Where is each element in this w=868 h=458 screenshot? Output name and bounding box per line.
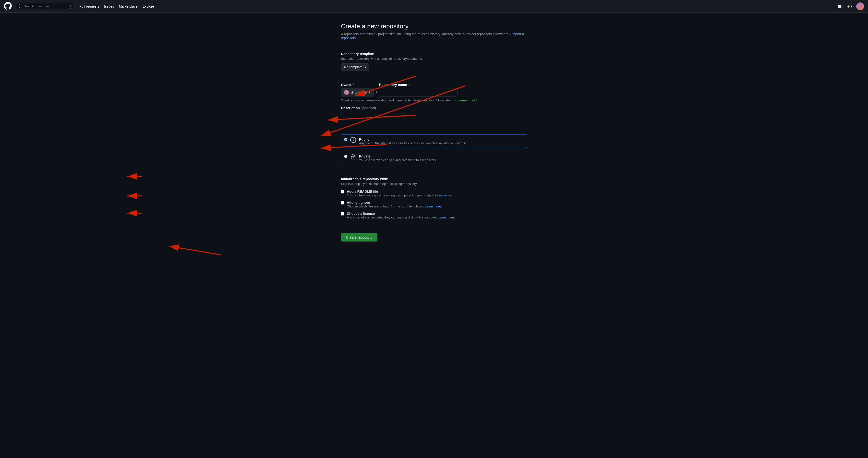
owner-field-group: Owner * dilum1995 ▾ — [341, 83, 374, 96]
page-subtitle: A repository contains all project files,… — [341, 32, 527, 40]
nav-marketplace[interactable]: Marketplace — [119, 4, 137, 8]
owner-name: dilum1995 — [351, 90, 367, 94]
private-title: Private — [359, 154, 437, 158]
license-desc: A license tells others what they can and… — [347, 216, 455, 219]
divider-1 — [341, 46, 527, 46]
main-content: Create a new repository A repository con… — [336, 13, 532, 261]
owner-chevron-icon: ▾ — [369, 90, 371, 94]
private-desc: You choose who can see and commit to thi… — [359, 158, 437, 162]
owner-required-star: * — [353, 83, 354, 87]
divider-5 — [341, 225, 527, 225]
init-subtitle: Skip this step if you're importing an ex… — [341, 182, 527, 186]
github-logo[interactable] — [4, 2, 12, 10]
gitignore-desc: Choose which files not to track from a l… — [347, 205, 442, 208]
repo-name-label: Repository name * — [379, 83, 458, 87]
optional-label: (optional) — [362, 106, 376, 110]
suggestion-link[interactable]: supreme-robot — [454, 98, 475, 102]
license-option: Choose a license A license tells others … — [341, 212, 527, 219]
public-title: Public — [359, 138, 467, 141]
template-description: Start your repository with a template re… — [341, 57, 527, 61]
create-repository-button[interactable]: Create repository — [341, 233, 377, 242]
chevron-down-icon: ▾ — [365, 65, 366, 69]
repo-name-input[interactable] — [379, 88, 458, 96]
readme-option: Add a README file This is where you can … — [341, 189, 527, 197]
new-button[interactable]: ▾ — [845, 3, 853, 9]
notification-button[interactable] — [837, 3, 842, 9]
public-desc: Anyone on the internet can see this repo… — [359, 141, 467, 145]
repo-name-hint: Great repository names are short and mem… — [341, 98, 527, 102]
init-title: Initialize this repository with: — [341, 177, 527, 181]
repo-name-required-star: * — [408, 83, 409, 87]
readme-checkbox[interactable] — [341, 190, 344, 193]
nav-links: Pull requests Issues Marketplace Explore — [80, 4, 154, 8]
nav-issues[interactable]: Issues — [104, 4, 114, 8]
license-learn-more[interactable]: Learn more. — [438, 216, 455, 219]
initialize-section: Initialize this repository with: Skip th… — [341, 177, 527, 219]
description-field-group: Description (optional) — [341, 106, 527, 122]
owner-label: Owner * — [341, 83, 374, 87]
nav-explore[interactable]: Explore — [143, 4, 154, 8]
owner-repo-row: Owner * dilum1995 ▾ / Repository name * — [341, 83, 527, 96]
description-label: Description (optional) — [341, 106, 527, 110]
gitignore-title[interactable]: Add .gitignore — [347, 201, 442, 205]
visibility-public-radio[interactable] — [344, 138, 347, 141]
avatar[interactable] — [856, 2, 864, 10]
public-icon — [350, 137, 356, 144]
owner-dropdown[interactable]: dilum1995 ▾ — [341, 88, 374, 96]
search-icon — [18, 4, 22, 8]
private-icon — [350, 154, 356, 161]
gitignore-option: Add .gitignore Choose which files not to… — [341, 201, 527, 208]
divider-3 — [341, 128, 527, 128]
repo-name-field-group: Repository name * — [379, 83, 458, 96]
readme-title[interactable]: Add a README file — [347, 189, 452, 193]
plus-icon — [846, 4, 850, 8]
description-input[interactable] — [341, 113, 527, 121]
license-title[interactable]: Choose a license — [347, 212, 455, 216]
notification-icon — [838, 4, 841, 8]
page-title: Create a new repository — [341, 23, 527, 30]
navbar-right: ▾ — [837, 2, 864, 10]
divider-4 — [341, 171, 527, 171]
slash-separator: / — [376, 90, 377, 96]
template-section: Repository template Start your repositor… — [341, 52, 527, 71]
gitignore-checkbox[interactable] — [341, 201, 344, 205]
search-kbd: / — [69, 4, 72, 8]
template-dropdown[interactable]: No template ▾ — [341, 63, 369, 71]
visibility-private-option[interactable]: Private You choose who can see and commi… — [341, 151, 527, 165]
navbar: / Pull requests Issues Marketplace Explo… — [0, 0, 868, 13]
license-checkbox[interactable] — [341, 212, 344, 216]
visibility-public-option[interactable]: Public Anyone on the internet can see th… — [341, 134, 527, 148]
search-input[interactable] — [24, 4, 67, 8]
nav-pull-requests[interactable]: Pull requests — [80, 4, 99, 8]
readme-desc: This is where you can write a long descr… — [347, 193, 452, 197]
visibility-options: Public Anyone on the internet can see th… — [341, 134, 527, 165]
divider-2 — [341, 77, 527, 77]
search-bar[interactable]: / — [16, 3, 74, 10]
gitignore-learn-more[interactable]: Learn more. — [425, 205, 442, 208]
template-label: Repository template — [341, 52, 527, 56]
visibility-private-radio[interactable] — [344, 155, 347, 158]
owner-avatar — [344, 90, 349, 95]
svg-line-8 — [169, 246, 220, 255]
readme-learn-more[interactable]: Learn more. — [435, 193, 452, 197]
